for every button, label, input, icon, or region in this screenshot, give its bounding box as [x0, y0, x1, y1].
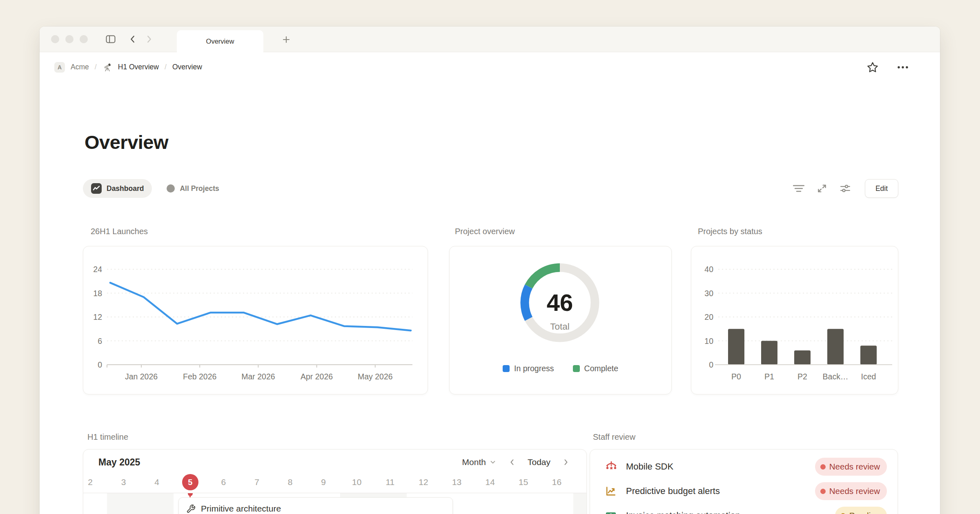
banknote-icon — [605, 510, 619, 514]
breadcrumb-parent[interactable]: H1 Overview — [118, 63, 159, 71]
app-window: Overview A Acme / H1 Overview / Over — [40, 27, 940, 514]
timeline-header: May 2025 Month Today — [83, 450, 586, 469]
day-cell: 11 — [385, 477, 394, 487]
legend-item: In progress — [503, 364, 554, 373]
svg-text:24: 24 — [93, 265, 102, 274]
today-day-cell: 5 — [182, 474, 198, 490]
status-badge: Pending — [835, 507, 887, 514]
day-cell: 16 — [552, 477, 561, 487]
svg-text:30: 30 — [704, 289, 713, 298]
svg-text:0: 0 — [98, 360, 102, 369]
donut-total-label: Total — [550, 321, 570, 332]
more-options-icon[interactable] — [897, 65, 909, 69]
circle-icon — [167, 184, 175, 193]
close-window-button[interactable] — [51, 35, 59, 43]
staff-review-label: Predictive budget alerts — [626, 486, 720, 496]
svg-text:Back…: Back… — [823, 372, 849, 381]
day-cell: 14 — [486, 477, 495, 487]
timeline-next-icon[interactable] — [562, 458, 570, 466]
workspace-badge[interactable]: A — [54, 62, 65, 73]
svg-text:May 2026: May 2026 — [358, 372, 393, 381]
chevron-down-icon — [489, 459, 497, 466]
timeline-view-mode-select[interactable]: Month — [462, 457, 497, 467]
staff-review-row[interactable]: Mobile SDKNeeds review — [605, 454, 887, 479]
section-title-launches: 26H1 Launches — [91, 227, 148, 236]
new-tab-button[interactable] — [278, 31, 294, 48]
minimize-window-button[interactable] — [65, 35, 74, 43]
weekend-band — [573, 493, 586, 514]
day-cell: 13 — [452, 477, 461, 487]
status-dot-icon — [820, 464, 826, 470]
status-dot-icon — [820, 489, 826, 494]
svg-text:12: 12 — [93, 312, 102, 321]
bar-Iced — [860, 346, 877, 365]
project-overview-donut-card: 46Total In progressComplete — [449, 246, 672, 394]
legend-swatch — [503, 365, 510, 372]
svg-text:Mar 2026: Mar 2026 — [241, 372, 275, 381]
section-title-project-overview: Project overview — [455, 227, 515, 236]
legend-label: Complete — [584, 364, 618, 373]
day-cell: 3 — [121, 477, 126, 487]
day-cell: 2 — [88, 477, 93, 487]
svg-text:18: 18 — [93, 289, 102, 298]
section-title-timeline: H1 timeline — [87, 432, 128, 442]
timeline-view-mode-value: Month — [462, 457, 486, 467]
launches-line-chart-card: 06121824Jan 2026Feb 2026Mar 2026Apr 2026… — [83, 246, 428, 394]
favorite-star-icon[interactable] — [866, 61, 879, 73]
timeline-month-label: May 2025 — [98, 457, 140, 468]
breadcrumb: A Acme / H1 Overview / Overview — [54, 62, 202, 73]
back-icon[interactable] — [125, 31, 141, 47]
breadcrumb-separator: / — [95, 63, 97, 71]
tab-overview[interactable]: Overview — [177, 30, 263, 52]
breadcrumb-separator: / — [165, 63, 167, 71]
tab-all-projects-label: All Projects — [180, 184, 219, 193]
sidebar-toggle-icon[interactable] — [102, 31, 119, 47]
status-badge: Needs review — [815, 458, 887, 476]
telescope-icon — [102, 62, 112, 72]
svg-text:6: 6 — [98, 337, 102, 346]
timeline-today-button[interactable]: Today — [528, 457, 550, 467]
timeline-prev-icon[interactable] — [508, 458, 516, 466]
zoom-window-button[interactable] — [80, 35, 88, 43]
edit-button[interactable]: Edit — [865, 179, 898, 198]
bar-P1 — [761, 341, 777, 365]
staff-review-row[interactable]: Predictive budget alertsNeeds review — [605, 479, 887, 503]
mobile-icon — [605, 460, 619, 473]
staff-review-row[interactable]: Invoice matching automationPending — [605, 503, 887, 514]
svg-text:Iced: Iced — [861, 372, 876, 381]
sliders-icon[interactable] — [840, 183, 851, 194]
forward-icon[interactable] — [141, 31, 157, 47]
legend-label: In progress — [514, 364, 554, 373]
tab-dashboard[interactable]: Dashboard — [83, 179, 152, 198]
wrench-icon — [186, 504, 196, 514]
tab-dashboard-label: Dashboard — [107, 184, 144, 193]
status-text: Pending — [849, 511, 880, 514]
tab-all-projects[interactable]: All Projects — [158, 179, 227, 198]
expand-icon[interactable] — [817, 183, 827, 194]
staff-review-card: Mobile SDKNeeds reviewPredictive budget … — [590, 449, 898, 514]
launches-line-chart: 06121824Jan 2026Feb 2026Mar 2026Apr 2026… — [83, 246, 428, 394]
donut-segment-in-progress — [525, 286, 529, 319]
dashboard-chart-icon — [91, 183, 102, 194]
bar-P2 — [794, 350, 811, 365]
status-text: Needs review — [829, 486, 880, 496]
page-title: Overview — [85, 131, 168, 153]
filter-icon[interactable] — [793, 184, 804, 193]
status-badge: Needs review — [815, 482, 887, 500]
project-overview-donut-chart: 46Total — [450, 246, 672, 361]
day-cell: 4 — [154, 477, 159, 487]
svg-text:P1: P1 — [764, 372, 774, 381]
timeline-card: May 2025 Month Today 2345678910111213141… — [83, 449, 587, 514]
breadcrumb-current[interactable]: Overview — [172, 63, 202, 71]
day-cell: 8 — [288, 477, 293, 487]
timeline-body: Primitive architectureExplore entry path… — [83, 493, 586, 514]
today-marker-dot — [188, 493, 193, 496]
weekend-band — [107, 493, 174, 514]
svg-text:Feb 2026: Feb 2026 — [183, 372, 216, 381]
day-cell: 9 — [321, 477, 326, 487]
svg-text:Apr 2026: Apr 2026 — [301, 372, 333, 381]
timeline-event[interactable]: Primitive architecture — [178, 497, 453, 514]
svg-text:10: 10 — [704, 337, 713, 346]
breadcrumb-workspace[interactable]: Acme — [71, 63, 89, 71]
svg-text:40: 40 — [704, 265, 713, 274]
